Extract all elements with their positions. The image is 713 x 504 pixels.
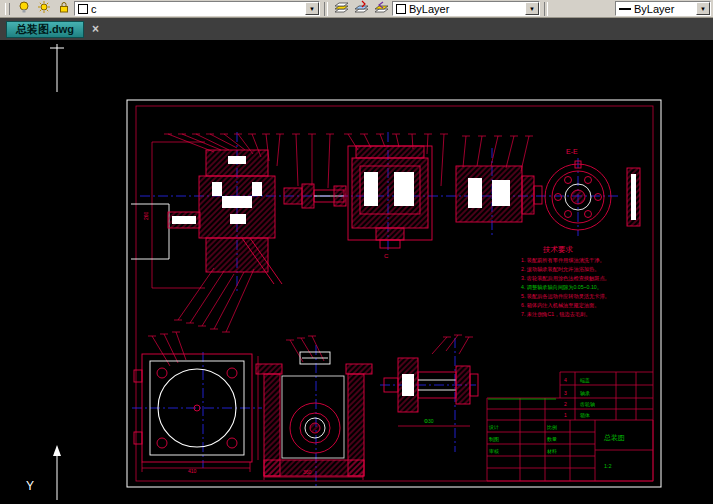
layer-select-value: c [91,3,97,15]
tab-close-icon[interactable]: × [92,23,99,35]
layer-properties-button[interactable] [332,1,351,16]
layers-back-icon [374,0,390,18]
layer-lock-button[interactable] [54,1,73,16]
title-field: 制图 [489,436,499,443]
dim-label: 360 [303,469,312,475]
document-tab[interactable]: 总装图.dwg [6,21,84,38]
layer-color-chip [78,4,88,14]
dim-label: 260 [143,211,149,220]
lock-icon [57,0,71,18]
view-center-housing[interactable] [348,146,432,248]
title-field: 设计 [488,424,499,430]
bom-part-name: 齿轮轴 [580,401,595,408]
tech-requirements-title: 技术要求 [542,245,574,254]
view-housing-section[interactable] [256,352,372,476]
layers-arrow-icon [354,0,370,18]
toolbar-separator [324,2,328,16]
layer-thaw-button[interactable] [34,1,53,16]
model-space-canvas[interactable]: C E-E 技术要求 1. 装配前所有零件用煤油清洗干净。 2. 滚动轴承装配时… [0,40,713,504]
bom-number: 2 [564,401,567,407]
sun-icon [37,0,51,18]
view-gearbox-section[interactable] [131,150,282,284]
linetype-line-icon [619,8,631,10]
tech-line: 3. 齿轮装配后用涂色法检查接触斑点。 [521,275,610,282]
ucs-y-axis-label: Y [26,479,34,493]
document-tab-label: 总装图.dwg [16,22,74,37]
technical-requirements: 技术要求 1. 装配前所有零件用煤油清洗干净。 2. 滚动轴承装配时允许油浴加热… [521,245,610,318]
tech-line: 6. 箱体内注入机械油至规定油面。 [521,302,599,309]
color-select[interactable]: ByLayer ▼ [392,1,540,16]
title-block: 设计 制图 审核 比例 数量 材料 总装图 1:2 [487,420,653,481]
chevron-down-icon[interactable]: ▼ [696,2,710,15]
layer-on-button[interactable] [14,1,33,16]
chevron-down-icon[interactable]: ▼ [525,2,539,15]
crosshair-cursor [50,44,64,92]
layers-stack-icon [334,0,350,18]
bom-table: 4 3 2 1 端盖 轴承 齿轮轴 箱体 [487,372,653,420]
title-block-scale: 1:2 [604,463,612,469]
lightbulb-icon [17,0,31,18]
color-select-value: ByLayer [409,3,449,15]
tech-line: 5. 装配后各运动件应转动灵活无卡滞。 [521,293,610,300]
bom-part-name: 轴承 [580,390,590,397]
layers-toolbar: c ▼ ByLayer ▼ ByLayer ▼ [0,0,713,18]
title-field: 数量 [547,436,557,442]
title-field: 审核 [489,448,499,454]
document-tab-bar: 总装图.dwg × [0,18,713,40]
tech-line: 1. 装配前所有零件用煤油清洗干净。 [521,257,605,264]
layer-select[interactable]: c ▼ [74,1,320,16]
bom-number: 4 [564,377,567,383]
toolbar-separator [544,2,548,16]
tech-line: 7. 未注倒角C1，锐边去毛刺。 [521,311,590,318]
view-label-c: C [384,253,389,259]
chevron-down-icon[interactable]: ▼ [305,2,319,15]
bom-part-name: 箱体 [580,412,590,418]
view-section-strip[interactable] [627,168,640,226]
toolbar-grip[interactable] [5,3,10,15]
view-shaft-couplings[interactable] [284,184,346,208]
bom-part-name: 端盖 [580,377,590,383]
view-right-assembly[interactable] [456,166,542,222]
cad-drawing: C E-E 技术要求 1. 装配前所有零件用煤油清洗干净。 2. 滚动轴承装配时… [0,40,713,504]
title-field: 比例 [547,424,557,431]
linetype-select[interactable]: ByLayer ▼ [615,1,711,16]
tech-line: 2. 滚动轴承装配时允许油浴加热。 [521,266,599,273]
bom-number: 1 [564,412,567,418]
title-field: 材料 [546,448,557,455]
dim-label: 410 [188,468,197,474]
section-label: E-E [566,148,578,155]
bom-number: 3 [564,390,567,396]
layer-previous-button[interactable] [372,1,391,16]
title-block-drawing-name: 总装图 [603,434,625,442]
tech-line: 4. 调整轴承轴向间隙为0.05~0.10。 [521,284,602,291]
linetype-select-value: ByLayer [634,3,674,15]
ucs-icon: Y [26,445,61,500]
make-object-layer-button[interactable] [352,1,371,16]
dimension-labels: 410 360 Φ30 260 [143,211,434,475]
dim-label: Φ30 [424,418,434,424]
color-chip [396,4,406,14]
